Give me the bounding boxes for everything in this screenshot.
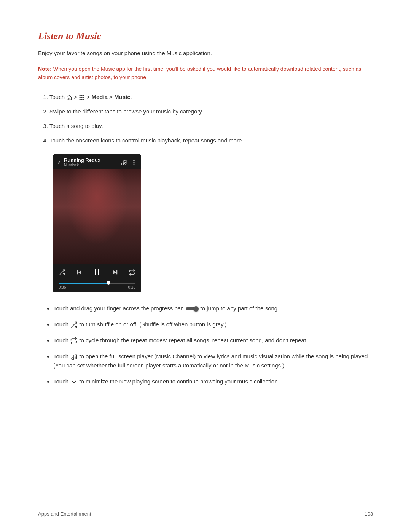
footer-right: 103 (365, 511, 373, 517)
player-title-block: Running Redux Numlock (64, 157, 100, 167)
note-text: When you open the Music app for the firs… (38, 66, 361, 80)
repeat-inline-icon (70, 337, 78, 345)
svg-rect-4 (81, 97, 83, 98)
progress-fill (59, 283, 108, 284)
svg-rect-0 (80, 95, 81, 96)
step-1-gt1: > (74, 94, 79, 100)
album-art-inner (53, 169, 141, 264)
svg-rect-6 (80, 99, 81, 100)
step-2: Swipe to the different tabs to browse yo… (49, 107, 373, 116)
step-4: Touch the onscreen icons to control musi… (49, 136, 373, 145)
note-label: Note: (38, 66, 52, 72)
bullet-4-before: Touch (53, 353, 70, 359)
svg-line-27 (74, 355, 77, 355)
progress-track[interactable] (59, 283, 135, 284)
music-channel-inline-icon (70, 353, 78, 361)
intro-text: Enjoy your favorite songs on your phone … (38, 49, 373, 58)
step-3: Touch a song to play. (49, 121, 373, 131)
progress-area: 0:35 -0:20 (53, 281, 141, 292)
player-header-right (120, 159, 137, 166)
svg-rect-8 (83, 99, 84, 100)
music-channel-icon (120, 159, 127, 166)
music-player: ✓ Running Redux Numlock (53, 154, 141, 292)
player-header-left: ✓ Running Redux Numlock (57, 157, 100, 167)
shuffle-button[interactable] (59, 269, 65, 277)
bullet-1: Touch and drag your finger across the pr… (53, 304, 373, 313)
svg-rect-1 (81, 95, 83, 96)
note-block: Note: When you open the Music app for th… (38, 65, 373, 82)
svg-point-9 (122, 163, 124, 165)
player-title: Running Redux (64, 157, 100, 163)
svg-rect-19 (95, 269, 96, 275)
more-icon (131, 159, 137, 165)
bullet-1-before: Touch and drag your finger across the pr… (53, 305, 184, 312)
bullet-3-after: to cycle through the repeat modes: repea… (79, 337, 307, 343)
apps-icon (79, 94, 85, 101)
page-footer: Apps and Entertainment 103 (38, 511, 373, 517)
svg-line-13 (124, 160, 126, 160)
bullet-list: Touch and drag your finger across the pr… (53, 304, 373, 386)
next-button[interactable] (112, 269, 119, 277)
bullet-5: Touch to minimize the Now playing screen… (53, 377, 373, 386)
progress-times: 0:35 -0:20 (59, 285, 135, 289)
bullet-3: Touch to cycle through the repeat modes:… (53, 336, 373, 345)
player-subtitle: Numlock (64, 163, 100, 167)
player-chevron-icon: ✓ (57, 159, 62, 165)
step-4-text: Touch the onscreen icons to control musi… (49, 137, 243, 144)
svg-marker-21 (113, 270, 116, 275)
home-icon (66, 94, 72, 101)
shuffle-inline-icon (70, 321, 78, 329)
play-pause-button[interactable] (92, 268, 102, 279)
bullet-2-before: Touch (53, 321, 70, 328)
progress-track-inline (186, 307, 197, 310)
step-1-touch: Touch (49, 94, 66, 100)
steps-list: Touch > > Media > Music. Sw (49, 93, 373, 145)
bullet-5-after: to minimize the Now playing screen to co… (79, 378, 279, 385)
player-controls (53, 264, 141, 281)
progress-thumb-inline (193, 306, 199, 312)
time-remaining: -0:20 (127, 285, 135, 289)
svg-marker-17 (78, 270, 81, 275)
svg-point-23 (72, 358, 74, 360)
bullet-4-after: to open the full screen player (Music Ch… (53, 353, 369, 369)
svg-rect-7 (81, 99, 83, 100)
step-2-text: Swipe to the different tabs to browse yo… (49, 108, 203, 115)
time-current: 0:35 (59, 285, 66, 289)
bullet-1-after: to jump to any part of the song. (201, 305, 279, 312)
footer-left: Apps and Entertainment (38, 511, 91, 517)
svg-rect-3 (80, 97, 81, 98)
step-1-gt2: > Media > Music. (86, 94, 132, 100)
progress-thumb (107, 281, 110, 285)
progress-bar-inline-icon (186, 307, 197, 310)
svg-point-15 (133, 161, 134, 163)
svg-point-14 (133, 160, 134, 161)
prev-button[interactable] (76, 269, 83, 277)
bullet-2: Touch to turn shuffle on or off. (Shuffl… (53, 320, 373, 329)
svg-point-16 (133, 163, 134, 165)
bullet-3-before: Touch (53, 337, 70, 343)
svg-rect-2 (83, 95, 84, 96)
chevron-down-inline-icon (70, 378, 78, 386)
svg-rect-5 (83, 97, 84, 98)
svg-rect-22 (116, 270, 117, 275)
svg-rect-20 (98, 269, 99, 275)
page-title: Listen to Music (38, 30, 373, 42)
album-art (53, 169, 141, 264)
bullet-4: Touch to open the full screen player (Mu… (53, 352, 373, 370)
player-header: ✓ Running Redux Numlock (53, 154, 141, 169)
step-3-text: Touch a song to play. (49, 123, 103, 129)
page-content: Listen to Music Enjoy your favorite song… (0, 0, 411, 417)
step-1: Touch > > Media > Music. (49, 93, 373, 102)
bullet-5-before: Touch (53, 378, 70, 385)
repeat-button[interactable] (129, 269, 135, 277)
svg-rect-18 (77, 270, 78, 275)
bullet-2-after: to turn shuffle on or off. (Shuffle is o… (79, 321, 226, 328)
